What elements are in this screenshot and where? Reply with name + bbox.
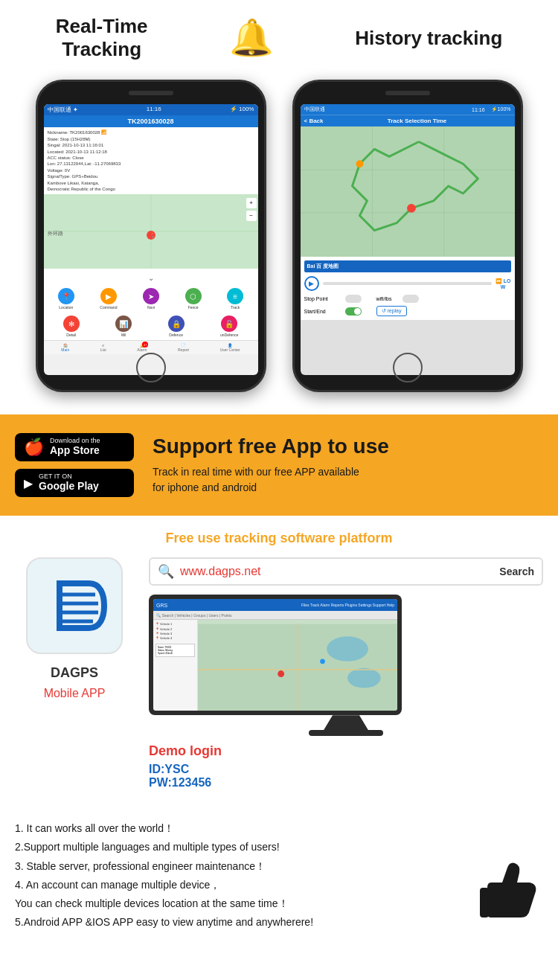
undefence-icon-item[interactable]: 🔓 unDefence bbox=[220, 316, 238, 337]
demo-login-title: Demo login bbox=[149, 743, 543, 759]
features-list: 1. It can works all over the world！ 2.Su… bbox=[0, 804, 558, 947]
phone2-header: 中国联通 11:16 ⚡100% bbox=[301, 104, 515, 115]
googleplay-small-text: GET IT ON bbox=[39, 473, 99, 480]
svg-text:外环路: 外环路 bbox=[47, 231, 62, 236]
svg-point-11 bbox=[407, 204, 416, 213]
battery: ⚡ 100% bbox=[230, 106, 254, 114]
appstore-button[interactable]: 🍎 Download on the App Store bbox=[15, 433, 134, 461]
top-section: Real-TimeTracking 🔔 History tracking 中国联… bbox=[0, 0, 558, 414]
undefence-label: unDefence bbox=[220, 333, 238, 337]
feature-history-title: History tracking bbox=[355, 27, 502, 50]
info-line: SignalType: GPS+Beidou bbox=[48, 173, 254, 179]
back-btn[interactable]: < Back bbox=[304, 118, 324, 124]
navi-icon: ➤ bbox=[143, 288, 159, 304]
location-label: Location bbox=[59, 305, 73, 310]
platform-section: Free use tracking software platform bbox=[0, 516, 558, 804]
thumbs-up-icon bbox=[476, 854, 543, 924]
stop-point-toggle[interactable] bbox=[345, 295, 362, 303]
baidu-label: Bai 百 度地图 bbox=[307, 263, 339, 270]
speed-indicator: ⏩ LOW bbox=[496, 278, 511, 289]
svg-point-20 bbox=[327, 637, 368, 662]
fence-label: Fence bbox=[188, 305, 199, 310]
navi-icon-item[interactable]: ➤ Navi bbox=[143, 288, 159, 310]
svg-point-24 bbox=[278, 670, 284, 677]
info-line: Kambove Likasi, Katanga, bbox=[48, 180, 254, 186]
mil-icon-item[interactable]: 📊 Mil bbox=[115, 316, 132, 337]
demo-pw: PW:123456 bbox=[149, 776, 543, 790]
googleplay-text: GET IT ON Google Play bbox=[39, 473, 99, 493]
location-icon-item[interactable]: 📍 Location bbox=[58, 288, 74, 310]
search-button[interactable]: Search bbox=[499, 566, 534, 577]
play-button[interactable]: ▶ bbox=[304, 276, 319, 291]
play-row: ▶ ⏩ LOW bbox=[304, 276, 511, 291]
app-store-section: 🍎 Download on the App Store ▶ GET IT ON … bbox=[0, 414, 558, 516]
grs-map bbox=[198, 620, 397, 711]
progress-bar[interactable] bbox=[323, 282, 492, 285]
command-icon-item[interactable]: ▶ Command bbox=[100, 288, 117, 310]
track-label: Track bbox=[231, 305, 240, 310]
replay-button[interactable]: ↺ replay bbox=[376, 306, 407, 316]
phone2-time: 11:16 bbox=[472, 107, 485, 112]
phone2-mockup: 中国联通 11:16 ⚡100% < Back Track Selection … bbox=[292, 80, 523, 392]
monitor-screen: GRS Files Track Alarm Reports Plugins Se… bbox=[153, 599, 397, 711]
appstore-text: Download on the App Store bbox=[50, 438, 100, 457]
track-icon-item[interactable]: ≡ Track bbox=[227, 288, 243, 310]
feature-4: 4. An account can manage multiple device… bbox=[15, 876, 476, 894]
feature-2: 2.Support multiple languages and multipl… bbox=[15, 838, 476, 856]
phone1-mockup: 中国联通 ✦ 11:16 ⚡ 100% TK2001630028 Nicknam… bbox=[36, 80, 266, 392]
phone1-status-bar: 中国联通 ✦ 11:16 ⚡ 100% bbox=[44, 104, 258, 115]
grs-info-popup: Name: TK001 Status: Moving Speed: 45km/h bbox=[155, 644, 195, 657]
nav-main[interactable]: 🏠 Main bbox=[61, 343, 69, 352]
start-end-toggle[interactable] bbox=[345, 307, 362, 316]
wifi-lbs-label: wifi/lbs bbox=[376, 296, 403, 301]
nav-alarm[interactable]: 🔔 47 Alarm bbox=[137, 343, 147, 352]
grs-sidebar: 📍 Vehicle 1 📍 Vehicle 2 📍 Vehicle 3 📍 Ve… bbox=[153, 620, 198, 711]
dagps-logo-svg bbox=[37, 569, 112, 643]
nav-report[interactable]: 📄 Report bbox=[178, 343, 189, 352]
googleplay-button[interactable]: ▶ GET IT ON Google Play bbox=[15, 469, 134, 497]
fence-icon-item[interactable]: ⬡ Fence bbox=[185, 288, 202, 310]
command-icon: ▶ bbox=[100, 288, 117, 304]
alarm-badge: 47 bbox=[142, 342, 148, 348]
expand-icon[interactable]: ⌄ bbox=[44, 269, 258, 285]
store-buttons: 🍎 Download on the App Store ▶ GET IT ON … bbox=[15, 433, 134, 497]
carrier: 中国联通 ✦ bbox=[48, 106, 78, 114]
phone1-screen: 中国联通 ✦ 11:16 ⚡ 100% TK2001630028 Nicknam… bbox=[44, 104, 258, 375]
device-id: TK2001630028 bbox=[44, 115, 258, 127]
grs-content: 📍 Vehicle 1 📍 Vehicle 2 📍 Vehicle 3 📍 Ve… bbox=[153, 620, 397, 711]
baidu-bar: Bai 百 度地图 bbox=[304, 260, 511, 272]
grs-header: GRS Files Track Alarm Reports Plugins Se… bbox=[153, 599, 397, 611]
phone2-nav: < Back Track Selection Time bbox=[301, 115, 515, 126]
feature-realtime-title: Real-TimeTracking bbox=[56, 15, 148, 61]
info-line: Located: 2021-10-13 11:12:18 bbox=[48, 149, 254, 155]
dagps-label: DAGPS bbox=[51, 665, 98, 681]
nav-usercenter[interactable]: 👤 User Center bbox=[220, 343, 240, 352]
grs-nav: Files Track Alarm Reports Plugins Settin… bbox=[301, 603, 394, 607]
platform-right: 🔍 www.dagps.net Search GRS Files Track A… bbox=[149, 557, 543, 790]
svg-point-25 bbox=[320, 659, 325, 664]
info-line: ACC status: Close bbox=[48, 155, 254, 161]
info-line: Democratic Republic of the Congo bbox=[48, 186, 254, 192]
stop-point-row: Stop Point wifi/lbs bbox=[304, 295, 511, 303]
back-button[interactable]: 中国联通 bbox=[304, 106, 325, 113]
defence-icon-item[interactable]: 🔒 Defence bbox=[168, 316, 185, 337]
detail-icon-item[interactable]: ✻ Detail bbox=[63, 316, 80, 337]
undefence-icon: 🔓 bbox=[221, 316, 237, 332]
info-line: State: Stop (15H28M) bbox=[48, 136, 254, 142]
nav-list[interactable]: ≡ List bbox=[100, 343, 106, 352]
dagps-icon bbox=[26, 557, 123, 654]
platform-content: DAGPS Mobile APP 🔍 www.dagps.net Search … bbox=[15, 557, 543, 790]
bell-icon: 🔔 bbox=[229, 17, 274, 59]
phone1-map: 外环路 📍 + − bbox=[44, 194, 258, 269]
wifi-lbs-toggle[interactable] bbox=[403, 295, 419, 303]
monitor-body: GRS Files Track Alarm Reports Plugins Se… bbox=[149, 595, 402, 715]
info-line: Nickname: TK2001630028 📶 bbox=[48, 129, 254, 135]
defence-icon: 🔒 bbox=[168, 316, 185, 332]
grs-title: GRS bbox=[156, 603, 167, 608]
demo-id: ID:YSC bbox=[149, 763, 543, 776]
apple-icon: 🍎 bbox=[24, 438, 44, 457]
app-store-text: Support free App to use Track in real ti… bbox=[153, 435, 543, 496]
demo-info: Demo login ID:YSC PW:123456 bbox=[149, 743, 543, 790]
feature-5: 5.Android APP &IOS APP easy to view anyt… bbox=[15, 913, 476, 932]
feature-3: 3. Stable server, professional engineer … bbox=[15, 857, 476, 876]
